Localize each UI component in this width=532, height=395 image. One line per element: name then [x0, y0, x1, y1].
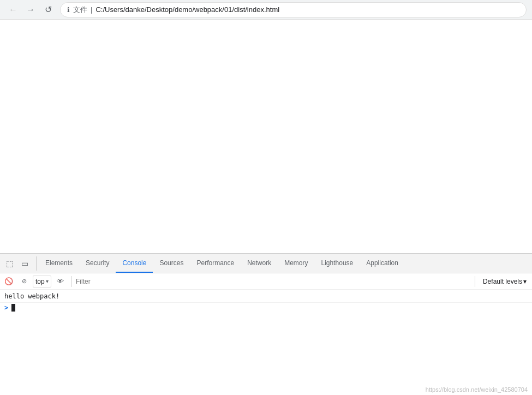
toolbar-divider-2: [475, 276, 475, 287]
reload-button[interactable]: ↺: [40, 2, 56, 17]
back-icon: ←: [9, 5, 17, 15]
default-levels-button[interactable]: Default levels ▾: [480, 277, 530, 286]
tab-performance[interactable]: Performance: [190, 254, 241, 273]
filter-toggle-button[interactable]: ⊘: [17, 275, 31, 288]
url-text: C:/Users/danke/Desktop/demo/webpack/01/d…: [95, 5, 279, 14]
reload-icon: ↺: [45, 4, 52, 15]
tab-sources[interactable]: Sources: [153, 254, 190, 273]
default-levels-arrow: ▾: [523, 278, 527, 285]
toolbar-divider: [71, 276, 71, 287]
prompt-symbol: >: [4, 304, 8, 312]
clear-icon: 🚫: [4, 277, 13, 285]
browser-chrome: ← → ↺ ℹ 文件 | C:/Users/danke/Desktop/demo…: [0, 0, 532, 20]
tab-elements[interactable]: Elements: [39, 254, 79, 273]
nav-buttons: ← → ↺: [5, 2, 56, 17]
inspect-element-button[interactable]: ⬚: [2, 256, 16, 271]
console-toolbar: 🚫 ⊘ top ▾ 👁 Default levels ▾: [0, 273, 532, 290]
console-prompt-line[interactable]: >: [0, 303, 532, 313]
inspect-icon: ⬚: [6, 259, 13, 268]
eye-button[interactable]: 👁: [53, 275, 67, 288]
tab-console[interactable]: Console: [116, 254, 153, 273]
file-label: 文件: [73, 5, 87, 15]
console-output-line: hello webpack!: [0, 292, 532, 303]
context-select-wrapper[interactable]: top ▾: [33, 276, 51, 288]
default-levels-label: Default levels: [483, 278, 522, 285]
tab-application[interactable]: Application: [360, 254, 405, 273]
devtools-icons: ⬚ ▭: [2, 256, 37, 271]
device-mode-button[interactable]: ▭: [17, 256, 32, 271]
tab-lighthouse[interactable]: Lighthouse: [315, 254, 360, 273]
watermark: https://blog.csdn.net/weixin_42580704: [426, 386, 528, 393]
back-button[interactable]: ←: [5, 2, 21, 17]
context-select[interactable]: top: [35, 278, 45, 285]
prompt-cursor: [11, 304, 15, 312]
forward-icon: →: [26, 5, 35, 15]
clear-console-button[interactable]: 🚫: [2, 275, 15, 288]
page-content: [0, 20, 532, 253]
devtools-tabs: Elements Security Console Sources Perfor…: [39, 254, 405, 273]
devtools-toolbar: ⬚ ▭ Elements Security Console Sources Pe…: [0, 254, 532, 273]
forward-button[interactable]: →: [23, 2, 38, 17]
address-bar[interactable]: ℹ 文件 | C:/Users/danke/Desktop/demo/webpa…: [60, 2, 527, 17]
filter-icon: ⊘: [22, 278, 27, 285]
devtools-panel: ⬚ ▭ Elements Security Console Sources Pe…: [0, 253, 532, 395]
tab-security[interactable]: Security: [79, 254, 116, 273]
tab-network[interactable]: Network: [241, 254, 278, 273]
filter-input[interactable]: [76, 278, 470, 285]
eye-icon: 👁: [57, 277, 64, 285]
context-select-arrow: ▾: [46, 278, 49, 284]
separator: |: [91, 5, 92, 14]
tab-memory[interactable]: Memory: [278, 254, 314, 273]
device-icon: ▭: [21, 259, 28, 268]
console-content: hello webpack! >: [0, 290, 532, 395]
filter-input-wrapper[interactable]: [76, 278, 470, 285]
info-icon: ℹ: [67, 6, 70, 14]
console-output-text: hello webpack!: [4, 292, 59, 300]
